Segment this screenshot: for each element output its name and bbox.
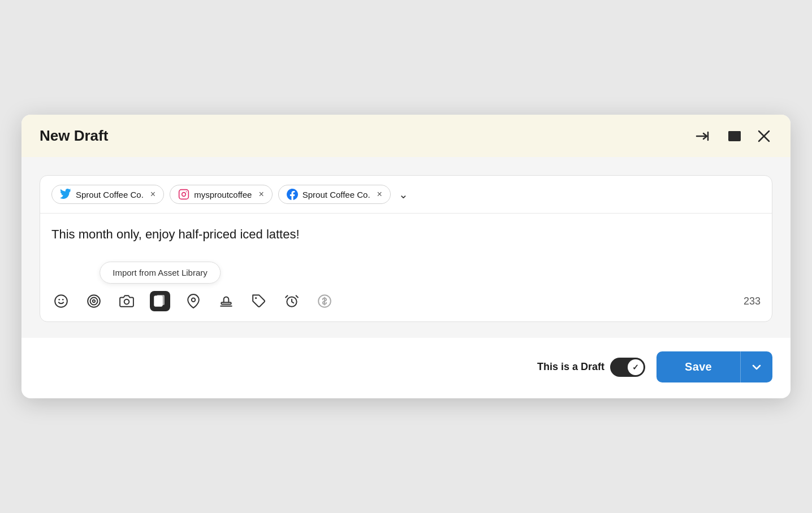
modal-header: New Draft: [21, 115, 791, 157]
svg-point-19: [192, 298, 196, 302]
new-draft-modal: New Draft: [21, 115, 791, 398]
instagram-account-name: mysproutcoffee: [194, 190, 252, 199]
close-icon: [758, 130, 770, 142]
asset-library-button[interactable]: [150, 291, 170, 311]
remove-facebook-button[interactable]: ×: [375, 190, 382, 199]
char-count: 233: [744, 295, 761, 307]
svg-point-8: [186, 192, 187, 193]
account-tag-instagram: mysproutcoffee ×: [170, 185, 273, 204]
remove-instagram-button[interactable]: ×: [256, 190, 264, 199]
asset-library-wrapper: Import from Asset Library: [150, 291, 170, 311]
facebook-icon: [287, 189, 298, 200]
instagram-icon: [178, 189, 189, 200]
accounts-dropdown-button[interactable]: ⌄: [399, 188, 408, 201]
save-dropdown-button[interactable]: [740, 351, 772, 382]
save-button-group: Save: [656, 351, 772, 382]
draft-label: This is a Draft: [537, 361, 604, 373]
save-button[interactable]: Save: [656, 351, 740, 382]
paid-button[interactable]: [315, 292, 334, 311]
svg-point-7: [182, 193, 186, 197]
svg-point-14: [93, 300, 95, 302]
twitter-icon: [60, 189, 71, 200]
alarm-icon: [284, 294, 299, 308]
account-tag-facebook: Sprout Coffee Co. ×: [278, 185, 391, 204]
svg-point-10: [58, 299, 60, 301]
target-icon: [87, 294, 101, 308]
camera-icon: [119, 294, 134, 308]
close-button[interactable]: [755, 128, 772, 145]
svg-rect-3: [728, 131, 741, 135]
stamp-button[interactable]: [217, 292, 236, 311]
tag-icon: [252, 294, 266, 308]
header-actions: [693, 128, 772, 145]
footer-row: This is a Draft Save: [21, 338, 791, 398]
save-chevron-icon: [751, 362, 762, 373]
modal-body: Sprout Coffee Co. × mysproutcoffee ×: [21, 157, 791, 338]
minimize-button[interactable]: [725, 128, 744, 145]
remove-twitter-button[interactable]: ×: [148, 190, 156, 199]
svg-point-13: [90, 298, 98, 305]
location-icon: [186, 294, 201, 308]
text-area-section: [40, 214, 772, 283]
collapse-icon: [696, 130, 711, 142]
camera-button[interactable]: [117, 292, 136, 311]
svg-rect-20: [221, 302, 231, 304]
collapse-button[interactable]: [693, 128, 714, 145]
accounts-row: Sprout Coffee Co. × mysproutcoffee ×: [40, 176, 772, 214]
facebook-account-name: Sprout Coffee Co.: [303, 190, 370, 199]
svg-point-22: [255, 297, 257, 299]
draft-toggle[interactable]: [610, 358, 645, 377]
tag-button[interactable]: [249, 292, 269, 311]
compose-card: Sprout Coffee Co. × mysproutcoffee ×: [40, 175, 772, 322]
svg-point-9: [55, 295, 67, 307]
svg-point-15: [124, 299, 129, 305]
account-tag-twitter: Sprout Coffee Co. ×: [51, 185, 164, 204]
emoji-button[interactable]: [51, 292, 71, 311]
asset-library-icon: [153, 294, 167, 308]
twitter-account-name: Sprout Coffee Co.: [76, 190, 144, 199]
toggle-knob: [628, 359, 643, 375]
alarm-button[interactable]: [282, 292, 301, 311]
target-button[interactable]: [84, 292, 103, 311]
compose-textarea[interactable]: [51, 225, 761, 281]
stamp-icon: [219, 294, 234, 308]
svg-point-12: [88, 295, 100, 307]
draft-toggle-row: This is a Draft: [537, 358, 645, 377]
emoji-icon: [54, 294, 68, 308]
location-button[interactable]: [184, 292, 203, 311]
svg-rect-6: [179, 190, 189, 199]
toolbar-section: Import from Asset Library: [40, 283, 772, 321]
svg-point-11: [62, 299, 64, 301]
modal-title: New Draft: [40, 127, 108, 145]
paid-icon: [317, 294, 332, 308]
minimize-icon: [727, 130, 742, 142]
